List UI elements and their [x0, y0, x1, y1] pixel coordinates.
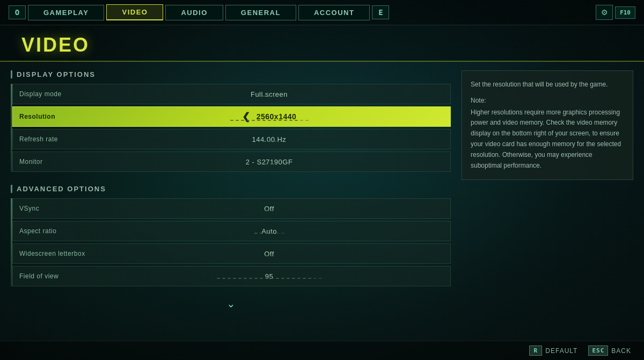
widescreen-value-area: Off — [94, 250, 444, 258]
tick — [260, 278, 263, 279]
back-label: BACK — [611, 347, 631, 355]
fov-value-area: 95 — [94, 272, 444, 280]
vsync-indicator — [94, 210, 444, 211]
tick — [273, 120, 276, 121]
tick — [265, 210, 268, 211]
tick — [273, 141, 276, 142]
tick — [257, 120, 260, 121]
tick — [254, 233, 258, 234]
tick — [265, 163, 268, 164]
resolution-indicator — [94, 120, 444, 121]
tick — [265, 255, 268, 256]
tick — [252, 120, 255, 121]
tick — [308, 278, 311, 279]
tick — [260, 233, 263, 234]
nav-right-bracket: E — [372, 5, 389, 19]
default-action: R DEFAULT — [529, 345, 577, 356]
tick — [249, 278, 252, 279]
info-text: Set the resolution that will be used by … — [471, 80, 624, 171]
aspect-ratio-value: Auto — [261, 227, 277, 235]
monitor-row[interactable]: Monitor 2 - S27190GF — [12, 152, 451, 172]
default-label: DEFAULT — [545, 347, 577, 355]
tick — [270, 163, 274, 164]
tick — [217, 278, 220, 279]
tick — [244, 278, 247, 279]
page-title: VIDEO — [21, 34, 623, 56]
refresh-rate-indicator — [94, 141, 444, 142]
tick — [289, 120, 292, 121]
resolution-row[interactable]: Resolution ❮ 2560x1440 — [12, 106, 451, 127]
tick — [287, 278, 290, 279]
aspect-ratio-indicator — [94, 233, 444, 234]
tick — [222, 278, 225, 279]
tab-video[interactable]: VIDEO — [106, 4, 163, 20]
page-title-area: VIDEO — [0, 25, 644, 62]
info-main-text: Set the resolution that will be used by … — [471, 81, 608, 88]
back-key-badge: ESC — [588, 345, 608, 356]
tick — [276, 233, 279, 234]
refresh-rate-row[interactable]: Refresh rate 144.00 Hz — [12, 129, 451, 149]
display-mode-row[interactable]: Display mode Full screen — [12, 84, 451, 104]
info-note-label: Note: — [471, 96, 624, 106]
widescreen-label: Widescreen letterbox — [19, 250, 94, 257]
display-mode-indicator — [94, 96, 444, 97]
advanced-rows-container: VSync Off Aspect ratio — [12, 198, 451, 286]
tick — [305, 120, 309, 121]
settings-panel: DISPLAY OPTIONS Display mode Full screen — [11, 70, 451, 332]
tick — [254, 278, 258, 279]
default-key-badge: R — [529, 345, 542, 356]
tick — [281, 278, 284, 279]
vsync-value-area: Off — [94, 205, 444, 213]
fov-row[interactable]: Field of view 95 — [12, 266, 451, 286]
advanced-options-header: ADVANCED OPTIONS — [11, 185, 451, 193]
tick — [276, 278, 279, 279]
resolution-label: Resolution — [19, 113, 94, 120]
refresh-rate-value-area: 144.00 Hz — [94, 135, 444, 143]
tick — [262, 120, 266, 121]
vsync-value: Off — [264, 205, 274, 213]
widescreen-indicator — [94, 255, 444, 256]
display-mode-value: Full screen — [251, 90, 288, 98]
tick — [319, 278, 322, 279]
settings-icon-button[interactable]: ⚙ — [596, 5, 613, 20]
advanced-options-section: ADVANCED OPTIONS VSync Off — [11, 185, 451, 286]
f10-badge: F10 — [615, 6, 635, 19]
nav-left-bracket: O — [9, 5, 26, 19]
tick — [279, 120, 282, 121]
back-action: ESC BACK — [588, 345, 631, 356]
widescreen-value: Off — [264, 250, 274, 258]
tick — [268, 96, 271, 97]
tick — [268, 120, 271, 121]
info-note-text: Higher resolutions require more graphics… — [471, 109, 621, 169]
widescreen-row[interactable]: Widescreen letterbox Off — [12, 243, 451, 264]
tick — [273, 96, 276, 97]
tick — [295, 120, 298, 121]
advanced-options-rows: VSync Off Aspect ratio — [11, 198, 451, 286]
tab-audio[interactable]: AUDIO — [165, 5, 223, 20]
top-nav: O GAMEPLAY VIDEO AUDIO GENERAL ACCOUNT E… — [0, 0, 644, 25]
fov-value: 95 — [265, 272, 273, 280]
tab-gameplay[interactable]: GAMEPLAY — [28, 5, 104, 20]
display-options-rows: Display mode Full screen — [11, 84, 451, 172]
tick — [284, 120, 287, 121]
tick — [300, 120, 303, 121]
fov-label: Field of view — [19, 272, 94, 280]
tick — [233, 278, 236, 279]
tick — [230, 120, 233, 121]
aspect-ratio-value-area: Auto — [94, 227, 444, 235]
tab-account[interactable]: ACCOUNT — [298, 5, 370, 20]
tab-general[interactable]: GENERAL — [225, 5, 296, 20]
vsync-label: VSync — [19, 205, 94, 212]
tick — [270, 233, 274, 234]
bottom-bar: R DEFAULT ESC BACK — [0, 341, 644, 360]
tick — [262, 141, 266, 142]
display-rows-container: Display mode Full screen — [12, 84, 451, 172]
tick — [270, 210, 274, 211]
tick — [270, 278, 274, 279]
tick — [265, 233, 268, 234]
display-mode-label: Display mode — [19, 90, 94, 98]
vsync-row[interactable]: VSync Off — [12, 198, 451, 219]
aspect-ratio-row[interactable]: Aspect ratio Auto — [12, 221, 451, 241]
monitor-indicator — [94, 163, 444, 164]
display-mode-value-area: Full screen — [94, 90, 444, 98]
